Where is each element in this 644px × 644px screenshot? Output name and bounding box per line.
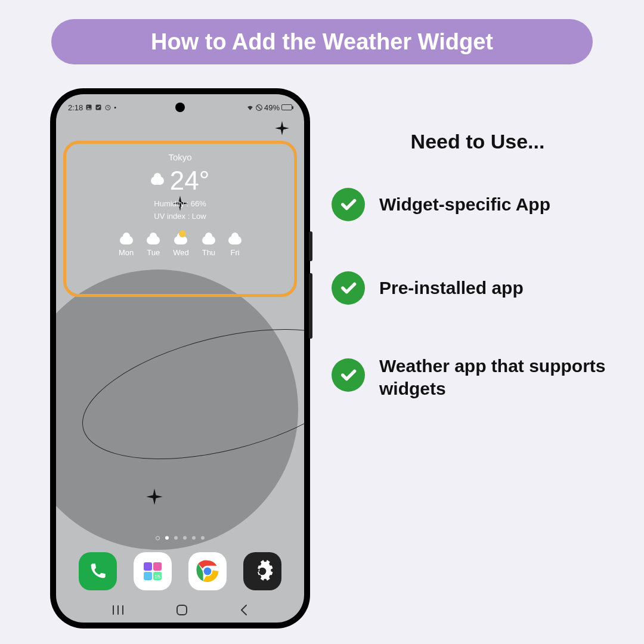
cloud-icon	[120, 236, 133, 244]
svg-rect-6	[153, 562, 162, 571]
cloud-icon	[147, 236, 160, 244]
info-heading: Need to Use...	[332, 130, 624, 153]
forecast-label: Mon	[119, 248, 134, 257]
page-dot[interactable]	[183, 536, 187, 540]
info-item-text: Weather app that supports widgets	[379, 355, 624, 401]
forecast-day: Wed	[173, 236, 189, 257]
nav-home-button[interactable]	[175, 603, 188, 617]
phone-camera-hole	[175, 103, 185, 112]
sparkle-icon	[274, 120, 290, 136]
page-dot[interactable]	[201, 536, 205, 540]
info-item-text: Pre-installed app	[379, 277, 524, 299]
info-column: Need to Use... Widget-specific App Pre-i…	[332, 130, 624, 451]
forecast-label: Thu	[202, 248, 215, 257]
forecast-day: Thu	[202, 236, 215, 257]
weather-widget[interactable]: Tokyo 24° Humidity : 66% UV index : Low …	[69, 146, 292, 292]
svg-point-1	[88, 106, 89, 107]
page-dot[interactable]	[174, 536, 178, 540]
alarm-icon	[104, 104, 112, 111]
page-dot[interactable]	[165, 536, 169, 540]
phone-volume-button	[309, 231, 312, 261]
nav-recents-button[interactable]	[112, 605, 125, 615]
page-title: How to Add the Weather Widget	[151, 29, 493, 55]
weather-uv: UV index : Low	[154, 212, 206, 221]
check-icon	[332, 358, 365, 392]
forecast-day: Fri	[228, 236, 242, 257]
phone-app-icon[interactable]	[79, 552, 117, 590]
svg-rect-7	[144, 572, 152, 580]
info-item: Pre-installed app	[332, 271, 624, 305]
more-icon: •	[114, 104, 116, 111]
forecast-day: Mon	[119, 236, 134, 257]
phone-mockup: 2:18 • 49%	[50, 88, 310, 628]
home-page-dot[interactable]	[156, 536, 160, 540]
partly-sunny-icon	[174, 236, 187, 244]
cloud-icon	[151, 177, 164, 185]
info-item: Widget-specific App	[332, 188, 624, 221]
no-signal-icon	[255, 104, 262, 111]
phone-screen: 2:18 • 49%	[56, 94, 304, 623]
cloud-icon	[228, 236, 242, 244]
page-title-pill: How to Add the Weather Widget	[51, 19, 593, 64]
svg-text:15: 15	[154, 574, 160, 580]
info-item-text: Widget-specific App	[379, 193, 550, 216]
weather-humidity: Humidity : 66%	[154, 199, 206, 208]
settings-app-icon[interactable]	[243, 552, 281, 590]
cloud-icon	[202, 236, 215, 244]
phone-power-button	[309, 273, 312, 339]
battery-text: 49%	[264, 103, 280, 112]
status-time: 2:18	[68, 103, 83, 112]
sparkle-icon	[145, 488, 163, 506]
battery-icon	[281, 104, 292, 110]
weather-widget-highlight[interactable]: Tokyo 24° Humidity : 66% UV index : Low …	[63, 141, 297, 297]
info-item: Weather app that supports widgets	[332, 355, 624, 401]
page-dot[interactable]	[192, 536, 196, 540]
widgets-app-icon[interactable]: 15	[134, 552, 172, 590]
wifi-icon	[246, 104, 253, 111]
forecast-label: Fri	[231, 248, 240, 257]
weather-temp-row: 24°	[151, 166, 210, 196]
svg-rect-13	[177, 605, 187, 615]
forecast-day: Tue	[147, 236, 160, 257]
nav-bar	[56, 603, 304, 617]
check-box-icon	[95, 104, 102, 111]
forecast-label: Wed	[173, 248, 189, 257]
dock: 15	[56, 552, 304, 590]
forecast-label: Tue	[147, 248, 160, 257]
weather-temp: 24°	[170, 166, 210, 196]
nav-back-button[interactable]	[239, 604, 249, 616]
status-right: 49%	[246, 103, 292, 112]
weather-city: Tokyo	[168, 152, 191, 162]
weather-forecast: Mon Tue Wed Thu Fri	[119, 236, 242, 257]
svg-rect-5	[144, 562, 152, 571]
chrome-app-icon[interactable]	[188, 552, 227, 590]
check-icon	[332, 271, 365, 305]
page-indicator[interactable]	[156, 536, 205, 540]
svg-point-12	[204, 568, 212, 575]
image-icon	[85, 104, 92, 111]
status-left: 2:18 •	[68, 103, 116, 112]
check-icon	[332, 188, 365, 221]
